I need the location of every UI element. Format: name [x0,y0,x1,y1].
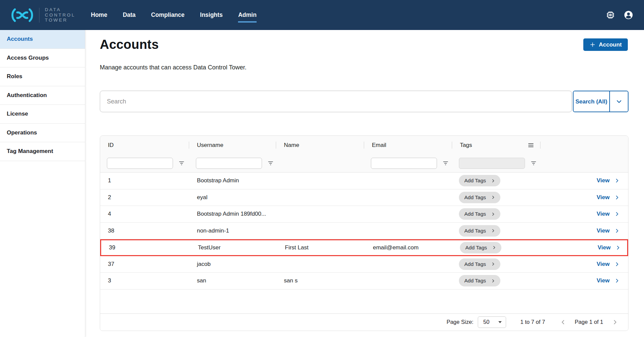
cell-username: jacob [189,261,276,268]
table-filter-row [100,154,628,173]
cell-username: Bootstrap Admin 189fd00... [189,211,276,217]
cell-name: First Last [277,244,365,251]
column-header-name[interactable]: Name [276,136,364,154]
chevron-right-icon [492,245,496,250]
dropdown-caret-icon [498,321,502,323]
table-row[interactable]: 3 san san s Add Tags View [100,273,628,289]
add-tags-button[interactable]: Add Tags [459,275,500,286]
chevron-right-icon [614,211,620,217]
page-size-select[interactable]: 50 [478,316,506,328]
chevron-right-icon [491,212,495,216]
cell-username: Bootstrap Admin [189,177,276,184]
chevron-right-icon [491,262,495,266]
sidebar-item-accounts[interactable]: Accounts [0,30,85,49]
main-content: Accounts Manage accounts that can access… [85,30,644,337]
page-size-value: 50 [483,319,489,325]
cell-id: 2 [100,194,189,201]
chevron-right-icon [615,245,621,250]
column-header-email[interactable]: Email [364,136,452,154]
cell-name: san s [276,277,364,284]
brand-divider [39,8,39,23]
nav-compliance[interactable]: Compliance [151,8,184,22]
table-row-highlighted[interactable]: 39 TestUser First Last email@email.com A… [100,239,628,256]
chevron-right-icon [614,178,620,183]
table-row[interactable]: 38 non-admin-1 Add Tags View [100,223,628,240]
chevron-right-icon [491,228,495,233]
username-filter-input[interactable] [196,158,262,169]
previous-page-icon[interactable] [560,319,566,325]
chevron-right-icon [614,278,620,283]
filter-icon[interactable] [268,161,273,165]
cell-username: non-admin-1 [189,227,276,234]
column-header-username[interactable]: Username [189,136,276,154]
column-header-actions [540,136,628,154]
add-tags-button[interactable]: Add Tags [459,225,500,237]
nav-admin[interactable]: Admin [238,8,256,22]
add-tags-button[interactable]: Add Tags [460,242,501,253]
api-chip-icon[interactable] [606,10,615,20]
table-row[interactable]: 4 Bootstrap Admin 189fd00... Add Tags Vi… [100,206,628,223]
pagination-bar: Page Size: 50 1 to 7 of 7 Page 1 of 1 [100,313,628,331]
chevron-right-icon [491,279,495,283]
brand-logo: DATA CONTROL TOWER [9,7,76,23]
chevron-right-icon [614,228,620,234]
page-title: Accounts [100,37,628,52]
add-tags-button[interactable]: Add Tags [459,258,500,270]
column-menu-icon[interactable] [528,143,534,148]
view-link[interactable]: View [597,277,620,284]
pagination-page-label: Page 1 of 1 [575,319,603,325]
cell-id: 38 [100,227,189,234]
view-link[interactable]: View [597,194,620,201]
sidebar-item-access-groups[interactable]: Access Groups [0,49,85,68]
view-link[interactable]: View [597,211,620,217]
nav-home[interactable]: Home [91,8,108,22]
sidebar-item-tag-management[interactable]: Tag Management [0,142,85,161]
nav-data[interactable]: Data [123,8,136,22]
view-link[interactable]: View [598,244,621,251]
nav-insights[interactable]: Insights [200,8,223,22]
filter-icon[interactable] [531,161,536,165]
add-tags-button[interactable]: Add Tags [459,208,500,220]
cell-id: 4 [100,211,189,217]
tags-filter-input [459,158,525,169]
table-empty-space [100,289,628,313]
user-account-icon[interactable] [624,10,633,20]
column-header-id[interactable]: ID [100,136,189,154]
sidebar-item-authentication[interactable]: Authentication [0,86,85,105]
brand-line: TOWER [45,18,76,23]
search-input[interactable] [100,91,572,112]
view-link[interactable]: View [597,177,620,184]
sidebar-item-license[interactable]: License [0,105,85,124]
filter-icon[interactable] [443,161,448,165]
cell-username: TestUser [190,244,277,251]
chevron-right-icon [491,195,495,200]
chevron-right-icon [614,195,620,200]
next-page-icon[interactable] [612,319,618,325]
id-filter-input[interactable] [107,158,173,169]
view-link[interactable]: View [597,261,620,268]
table-row[interactable]: 2 eyal Add Tags View [100,189,628,206]
add-account-button[interactable]: Account [583,38,628,51]
brand-line: DATA [45,7,76,12]
cell-id: 3 [100,277,189,284]
column-header-tags[interactable]: Tags [452,136,540,154]
main-nav: Home Data Compliance Insights Admin [91,8,257,22]
brand-line: CONTROL [45,12,76,18]
email-filter-input[interactable] [371,158,437,169]
sidebar-item-roles[interactable]: Roles [0,67,85,86]
table-row[interactable]: 37 jacob Add Tags View [100,256,628,273]
brand-text: DATA CONTROL TOWER [45,7,76,23]
search-all-button[interactable]: Search (All) [574,91,609,112]
sidebar-item-operations[interactable]: Operations [0,124,85,143]
cell-username: san [189,277,276,284]
top-navbar: DATA CONTROL TOWER Home Data Compliance … [0,0,644,30]
search-options-dropdown[interactable] [609,91,628,112]
view-link[interactable]: View [597,227,620,234]
dct-logo-icon [9,7,35,23]
table-row[interactable]: 1 Bootstrap Admin Add Tags View [100,173,628,189]
chevron-right-icon [614,262,620,267]
filter-icon[interactable] [179,161,184,165]
add-tags-button[interactable]: Add Tags [459,192,500,203]
add-tags-button[interactable]: Add Tags [459,175,500,186]
page-size-label: Page Size: [446,319,473,325]
